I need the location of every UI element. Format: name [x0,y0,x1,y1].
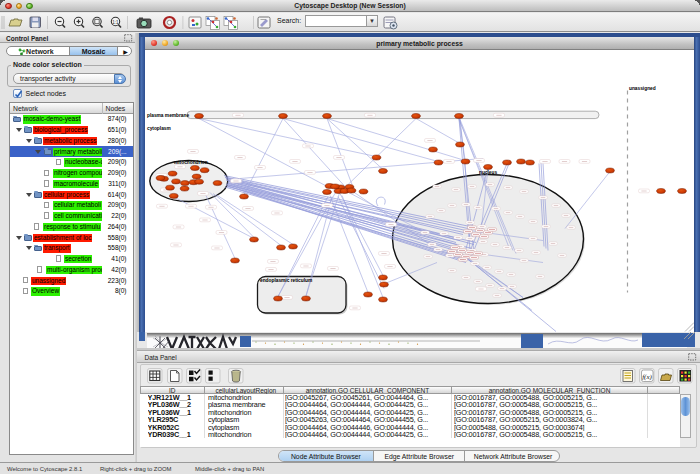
svg-text:cytoplasm: cytoplasm [147,126,171,131]
svg-text:endoplasmic reticulum: endoplasmic reticulum [260,277,312,282]
svg-text:unassigned: unassigned [629,85,656,90]
svg-text:1:1: 1:1 [112,19,119,24]
svg-text:mitochondrion: mitochondrion [174,159,208,164]
svg-text:f(x): f(x) [642,373,652,381]
svg-text:plasma membrane: plasma membrane [147,112,189,117]
svg-text:nucleus: nucleus [479,169,497,174]
